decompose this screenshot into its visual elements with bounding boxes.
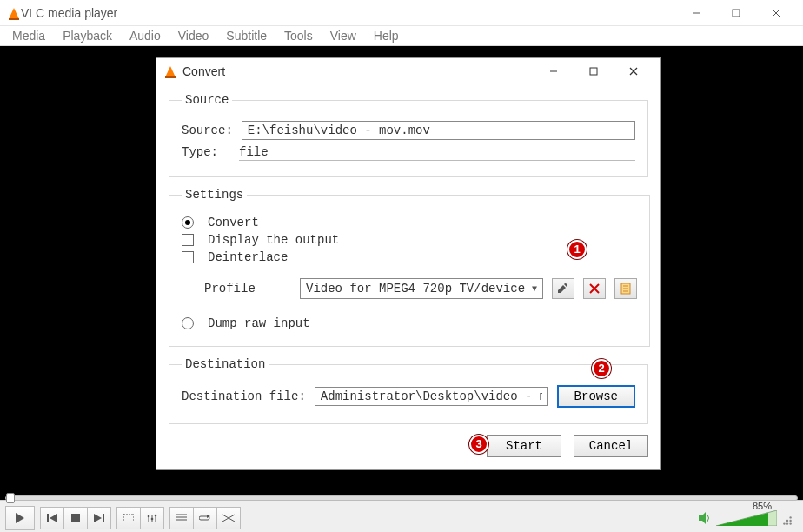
seek-bar[interactable] xyxy=(5,495,798,501)
svg-point-32 xyxy=(789,522,791,524)
radio-dump-raw-label: Dump raw input xyxy=(208,316,310,330)
menu-video[interactable]: Video xyxy=(169,27,218,44)
dialog-maximize-button[interactable] xyxy=(574,58,614,84)
annotation-badge-2: 2 xyxy=(592,359,611,378)
chevron-down-icon: ▼ xyxy=(532,284,537,294)
loop-button[interactable] xyxy=(193,507,217,529)
svg-rect-7 xyxy=(71,514,80,522)
menu-media[interactable]: Media xyxy=(3,27,54,44)
edit-profile-button[interactable] xyxy=(552,278,574,299)
playlist-button[interactable] xyxy=(169,507,194,529)
svg-rect-9 xyxy=(103,514,104,522)
profile-label: Profile xyxy=(204,282,291,296)
menu-audio[interactable]: Audio xyxy=(121,27,169,44)
new-profile-button[interactable] xyxy=(614,278,637,299)
vlc-icon xyxy=(163,64,177,78)
start-button[interactable]: Start xyxy=(487,435,561,457)
profile-value: Video for MPEG4 720p TV/device xyxy=(306,282,525,296)
svg-point-27 xyxy=(789,516,791,518)
radio-icon xyxy=(182,216,194,229)
svg-rect-5 xyxy=(47,514,49,522)
resize-grip-icon xyxy=(782,515,793,526)
svg-marker-6 xyxy=(50,514,57,522)
minimize-button[interactable] xyxy=(676,0,716,26)
menu-tools[interactable]: Tools xyxy=(275,27,322,44)
vlc-icon xyxy=(7,6,21,20)
source-legend: Source xyxy=(182,93,232,107)
radio-convert[interactable]: Convert xyxy=(182,216,637,229)
maximize-button[interactable] xyxy=(716,0,756,26)
window-title: VLC media player xyxy=(21,6,117,20)
checkbox-icon xyxy=(182,251,194,263)
destination-group: Destination Destination file: Browse 2 xyxy=(169,357,648,424)
volume-control[interactable]: 85% xyxy=(699,510,793,526)
source-label: Source: xyxy=(182,123,233,137)
menu-subtitle[interactable]: Subtitle xyxy=(217,27,275,44)
svg-point-15 xyxy=(151,518,154,521)
speaker-icon xyxy=(699,512,713,524)
previous-button[interactable] xyxy=(40,507,64,529)
checkbox-display-output-label: Display the output xyxy=(208,233,339,247)
svg-point-16 xyxy=(155,515,157,517)
stop-button[interactable] xyxy=(63,507,88,529)
delete-profile-button[interactable] xyxy=(583,278,606,299)
annotation-badge-1: 1 xyxy=(567,240,587,259)
menu-playback[interactable]: Playback xyxy=(54,27,121,44)
menu-bar: Media Playback Audio Video Subtitle Tool… xyxy=(0,26,803,46)
menu-help[interactable]: Help xyxy=(365,27,408,44)
next-button[interactable] xyxy=(87,507,111,529)
svg-point-14 xyxy=(148,515,150,518)
fullscreen-button[interactable] xyxy=(116,507,141,529)
convert-dialog: Convert Source Source: Type: file Set xyxy=(156,57,661,470)
checkbox-deinterlace-label: Deinterlace xyxy=(208,250,288,264)
seek-knob[interactable] xyxy=(6,493,15,503)
main-titlebar: VLC media player xyxy=(0,0,803,26)
type-value: file xyxy=(239,143,635,161)
shuffle-button[interactable] xyxy=(216,507,241,529)
svg-rect-34 xyxy=(590,68,597,75)
svg-rect-10 xyxy=(123,514,134,522)
extended-settings-button[interactable] xyxy=(140,507,164,529)
svg-marker-8 xyxy=(94,514,102,522)
radio-dump-raw[interactable]: Dump raw input xyxy=(182,316,637,330)
destination-legend: Destination xyxy=(182,357,269,371)
cancel-button[interactable]: Cancel xyxy=(574,435,648,457)
svg-point-30 xyxy=(783,522,785,524)
svg-marker-26 xyxy=(716,513,768,526)
source-group: Source Source: Type: file xyxy=(169,93,648,177)
svg-marker-4 xyxy=(16,513,24,523)
dialog-close-button[interactable] xyxy=(614,58,654,84)
volume-percent: 85% xyxy=(753,501,772,511)
playback-controls: 85% xyxy=(0,500,803,532)
settings-legend: Settings xyxy=(182,188,247,202)
type-label: Type: xyxy=(182,145,230,159)
profile-select[interactable]: Video for MPEG4 720p TV/device ▼ xyxy=(300,278,543,299)
close-button[interactable] xyxy=(756,0,796,26)
checkbox-icon xyxy=(182,234,194,246)
svg-point-28 xyxy=(786,520,788,522)
svg-point-31 xyxy=(786,522,788,524)
svg-point-29 xyxy=(789,520,791,522)
radio-convert-label: Convert xyxy=(208,216,259,229)
browse-button[interactable]: Browse xyxy=(557,385,635,408)
dialog-minimize-button[interactable] xyxy=(534,58,574,84)
destination-file-field[interactable] xyxy=(315,387,548,406)
svg-marker-24 xyxy=(699,512,706,524)
dialog-titlebar: Convert xyxy=(156,58,660,84)
dialog-title: Convert xyxy=(182,64,225,78)
source-field[interactable] xyxy=(242,121,635,140)
destination-file-label: Destination file: xyxy=(182,389,306,403)
radio-icon xyxy=(182,317,194,329)
annotation-badge-3: 3 xyxy=(469,435,488,454)
play-button[interactable] xyxy=(5,506,35,530)
menu-view[interactable]: View xyxy=(322,27,365,44)
svg-rect-1 xyxy=(733,10,740,17)
settings-group: Settings Convert Display the output Dein… xyxy=(169,188,650,347)
